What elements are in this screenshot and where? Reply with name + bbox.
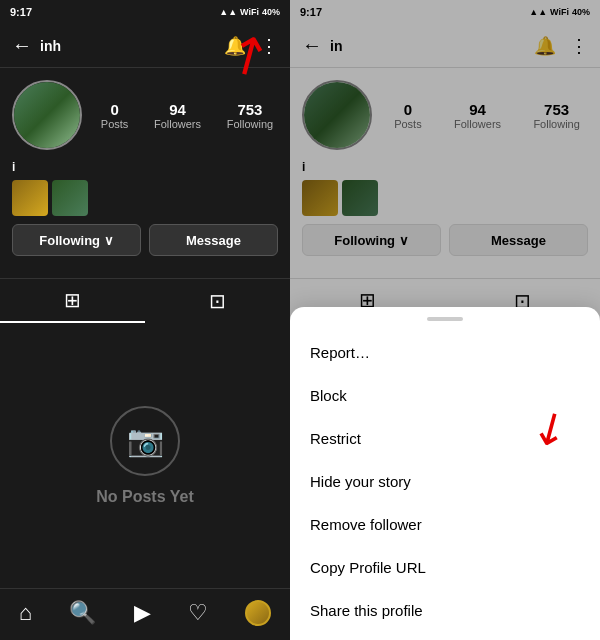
left-status-icons: ▲▲ WiFi 40% [219, 7, 280, 17]
sheet-item-hide-story[interactable]: Hide your story [290, 460, 600, 503]
left-tab-grid[interactable]: ⊞ [0, 279, 145, 323]
left-username: inh [40, 38, 216, 54]
signal-icon: ▲▲ [219, 7, 237, 17]
left-content-area: 📷 No Posts Yet [0, 323, 290, 588]
left-bell-icon[interactable]: 🔔 [224, 35, 246, 57]
left-profile-top: 0 Posts 94 Followers 753 Following [12, 80, 278, 150]
left-posts-count: 0 [110, 101, 118, 118]
left-grid-icon: ⊞ [64, 288, 81, 312]
left-nav-icons: 🔔 ⋮ [224, 35, 278, 57]
left-heart-icon[interactable]: ♡ [188, 600, 208, 626]
left-mini-photos [12, 180, 278, 216]
left-home-icon[interactable]: ⌂ [19, 600, 32, 626]
left-stats-row: 0 Posts 94 Followers 753 Following [96, 101, 278, 130]
left-action-buttons: Following ∨ Message [12, 224, 278, 256]
left-avatar [12, 80, 82, 150]
left-time: 9:17 [10, 6, 32, 18]
left-status-bar: 9:17 ▲▲ WiFi 40% [0, 0, 290, 24]
left-tag-icon: ⊡ [209, 289, 226, 313]
right-panel: 9:17 ▲▲ WiFi 40% ← in 🔔 ⋮ 0 Posts [290, 0, 600, 640]
left-following-button[interactable]: Following ∨ [12, 224, 141, 256]
left-search-icon[interactable]: 🔍 [69, 600, 96, 626]
left-mini-photo-1 [12, 180, 48, 216]
left-top-nav: ← inh 🔔 ⋮ [0, 24, 290, 68]
battery-icon: 40% [262, 7, 280, 17]
sheet-item-report[interactable]: Report… [290, 331, 600, 374]
left-stat-posts: 0 Posts [101, 101, 129, 130]
sheet-item-block[interactable]: Block [290, 374, 600, 417]
left-profile-tabs: ⊞ ⊡ [0, 278, 290, 323]
left-avatar-img [14, 82, 80, 148]
left-profile-section: 0 Posts 94 Followers 753 Following i [0, 68, 290, 268]
bottom-sheet: Report… Block Restrict Hide your story R… [290, 307, 600, 640]
left-following-label: Following [227, 118, 273, 130]
left-profile-avatar[interactable] [245, 600, 271, 626]
left-more-icon[interactable]: ⋮ [260, 35, 278, 57]
left-no-posts-icon-wrap: 📷 [110, 406, 180, 476]
sheet-handle [427, 317, 463, 321]
left-back-button[interactable]: ← [12, 34, 32, 57]
left-tab-tag[interactable]: ⊡ [145, 279, 290, 323]
left-no-posts-text: No Posts Yet [96, 488, 194, 506]
left-profile-name: i [12, 160, 278, 174]
left-camera-icon: 📷 [127, 423, 164, 458]
left-reel-icon[interactable]: ▶ [134, 600, 151, 626]
left-mini-photo-2 [52, 180, 88, 216]
sheet-item-remove-follower[interactable]: Remove follower [290, 503, 600, 546]
left-message-button[interactable]: Message [149, 224, 278, 256]
left-stat-following[interactable]: 753 Following [227, 101, 273, 130]
wifi-icon: WiFi [240, 7, 259, 17]
left-mini-photo-2-img [52, 180, 88, 216]
left-panel: 9:17 ▲▲ WiFi 40% ← inh 🔔 ⋮ ↗ 0 Posts [0, 0, 290, 640]
left-followers-count: 94 [169, 101, 186, 118]
sheet-item-restrict[interactable]: Restrict [290, 417, 600, 460]
left-stat-followers[interactable]: 94 Followers [154, 101, 201, 130]
left-posts-label: Posts [101, 118, 129, 130]
left-followers-label: Followers [154, 118, 201, 130]
sheet-item-copy-url[interactable]: Copy Profile URL [290, 546, 600, 589]
left-bottom-nav: ⌂ 🔍 ▶ ♡ [0, 588, 290, 640]
left-mini-photo-1-img [12, 180, 48, 216]
left-following-count: 753 [237, 101, 262, 118]
sheet-item-share[interactable]: Share this profile [290, 589, 600, 632]
